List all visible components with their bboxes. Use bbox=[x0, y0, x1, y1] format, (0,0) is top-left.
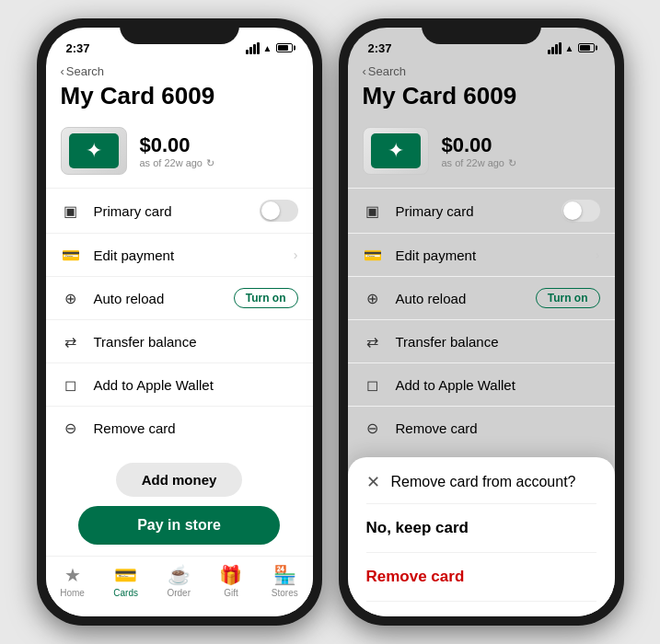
chevron-right-right: › bbox=[596, 247, 600, 262]
starbucks-card-left: ✦ bbox=[61, 127, 127, 175]
gift-icon-left: 🎁 bbox=[219, 564, 242, 586]
auto-reload-label-left: Auto reload bbox=[94, 291, 221, 306]
primary-card-icon-right: ▣ bbox=[363, 201, 383, 221]
cards-icon-left: 💳 bbox=[114, 564, 137, 586]
time-left: 2:37 bbox=[66, 41, 90, 55]
balance-updated-left: as of 22w ago ↻ bbox=[140, 157, 215, 169]
time-right: 2:37 bbox=[368, 41, 392, 55]
edit-payment-icon-right: 💳 bbox=[363, 245, 383, 265]
status-icons-left: ▲ bbox=[246, 42, 293, 54]
wifi-icon-left: ▲ bbox=[263, 43, 272, 53]
page-title-left: My Card 6009 bbox=[46, 78, 313, 118]
tab-gift-label-left: Gift bbox=[224, 588, 238, 598]
status-icons-right: ▲ bbox=[548, 42, 595, 54]
back-label-right: Search bbox=[368, 64, 406, 78]
card-balance-right: $0.00 as of 22w ago ↻ bbox=[442, 133, 517, 169]
siren-icon-right: ✦ bbox=[388, 139, 404, 163]
nav-back-left[interactable]: ‹ Search bbox=[46, 61, 313, 78]
toggle-knob-right bbox=[563, 201, 582, 220]
signal-icon-left bbox=[246, 42, 260, 54]
add-apple-wallet-label-right: Add to Apple Wallet bbox=[396, 377, 600, 393]
balance-amount-right: $0.00 bbox=[442, 133, 517, 157]
card-logo-left: ✦ bbox=[69, 133, 119, 168]
menu-item-edit-payment-right: 💳 Edit payment › bbox=[348, 233, 615, 276]
tab-stores-left[interactable]: 🏪 Stores bbox=[272, 564, 298, 598]
menu-item-add-apple-wallet-right: ◻ Add to Apple Wallet bbox=[348, 362, 615, 406]
back-chevron-left: ‹ bbox=[61, 64, 64, 78]
tab-bar-left: ★ Home 💳 Cards ☕ Order 🎁 Gift 🏪 Stores bbox=[46, 556, 313, 616]
menu-item-auto-reload-left[interactable]: ⊕ Auto reload Turn on bbox=[46, 276, 313, 319]
tab-cards-left[interactable]: 💳 Cards bbox=[113, 564, 138, 598]
card-section-left: ✦ $0.00 as of 22w ago ↻ bbox=[46, 118, 313, 188]
primary-card-toggle-left[interactable] bbox=[260, 200, 298, 222]
home-icon-left: ★ bbox=[64, 564, 81, 586]
nav-back-right[interactable]: ‹ Search bbox=[348, 61, 615, 78]
add-apple-wallet-icon-left: ◻ bbox=[61, 374, 81, 395]
menu-list-left: ▣ Primary card 💳 Edit payment › ⊕ Au bbox=[46, 188, 313, 454]
remove-card-label-left: Remove card bbox=[94, 420, 298, 436]
tab-home-left[interactable]: ★ Home bbox=[60, 564, 85, 598]
menu-item-auto-reload-right: ⊕ Auto reload Turn on bbox=[348, 276, 615, 319]
edit-payment-icon-left: 💳 bbox=[61, 245, 81, 265]
wifi-icon-right: ▲ bbox=[565, 43, 574, 53]
signal-icon-right bbox=[548, 42, 562, 54]
menu-item-transfer-balance-left[interactable]: ⇄ Transfer balance bbox=[46, 319, 313, 362]
transfer-balance-icon-right: ⇄ bbox=[363, 331, 383, 351]
tab-cards-label-left: Cards bbox=[113, 588, 138, 598]
transfer-balance-icon-left: ⇄ bbox=[61, 331, 81, 351]
card-balance-left: $0.00 as of 22w ago ↻ bbox=[140, 133, 215, 169]
menu-item-remove-card-left[interactable]: ⊖ Remove card bbox=[46, 406, 313, 449]
tab-home-label-left: Home bbox=[60, 588, 85, 598]
turn-on-button-left[interactable]: Turn on bbox=[234, 288, 298, 308]
add-apple-wallet-label-left: Add to Apple Wallet bbox=[94, 377, 298, 393]
chevron-right-left: › bbox=[294, 247, 298, 262]
add-money-button-left[interactable]: Add money bbox=[116, 463, 243, 497]
page-title-right: My Card 6009 bbox=[348, 78, 615, 118]
menu-item-primary-card-left[interactable]: ▣ Primary card bbox=[46, 188, 313, 233]
auto-reload-icon-right: ⊕ bbox=[363, 288, 383, 308]
transfer-balance-label-right: Transfer balance bbox=[396, 334, 600, 350]
notch-right bbox=[422, 18, 541, 44]
add-apple-wallet-icon-right: ◻ bbox=[363, 374, 383, 395]
toggle-right bbox=[562, 200, 600, 222]
remove-card-label-right: Remove card bbox=[396, 420, 600, 436]
siren-icon-left: ✦ bbox=[86, 139, 102, 163]
tab-order-left[interactable]: ☕ Order bbox=[167, 564, 191, 598]
remove-card-option[interactable]: Remove card bbox=[366, 553, 596, 602]
battery-icon-left bbox=[276, 43, 293, 52]
back-label-left: Search bbox=[66, 64, 104, 78]
modal-close-button[interactable]: ✕ bbox=[366, 472, 380, 492]
edit-payment-label-left: Edit payment bbox=[94, 247, 281, 263]
starbucks-card-right: ✦ bbox=[363, 127, 429, 175]
primary-card-label-right: Primary card bbox=[396, 203, 549, 219]
back-chevron-right: ‹ bbox=[363, 64, 366, 78]
toggle-knob-left bbox=[261, 201, 280, 220]
auto-reload-label-right: Auto reload bbox=[396, 291, 523, 306]
transfer-balance-label-left: Transfer balance bbox=[94, 334, 298, 350]
auto-reload-icon-left: ⊕ bbox=[61, 288, 81, 308]
pay-in-store-button-left[interactable]: Pay in store bbox=[78, 506, 280, 545]
stores-icon-left: 🏪 bbox=[273, 564, 296, 586]
menu-item-transfer-balance-right: ⇄ Transfer balance bbox=[348, 319, 615, 362]
edit-payment-label-right: Edit payment bbox=[396, 247, 583, 263]
modal-title: Remove card from account? bbox=[391, 474, 576, 490]
refresh-icon-left[interactable]: ↻ bbox=[206, 157, 214, 169]
keep-card-option[interactable]: No, keep card bbox=[366, 504, 596, 553]
menu-item-add-apple-wallet-left[interactable]: ◻ Add to Apple Wallet bbox=[46, 362, 313, 406]
card-logo-right: ✦ bbox=[371, 133, 421, 168]
menu-item-primary-card-right: ▣ Primary card bbox=[348, 188, 615, 233]
right-phone: 2:37 ▲ ‹ Search My Card 6009 bbox=[339, 18, 624, 626]
left-screen: 2:37 ▲ ‹ Search My Card 6009 bbox=[46, 28, 313, 616]
menu-item-edit-payment-left[interactable]: 💳 Edit payment › bbox=[46, 233, 313, 276]
primary-card-icon-left: ▣ bbox=[61, 201, 81, 221]
refresh-icon-right[interactable]: ↻ bbox=[508, 157, 516, 169]
remove-card-modal: ✕ Remove card from account? No, keep car… bbox=[348, 457, 615, 616]
balance-updated-right: as of 22w ago ↻ bbox=[442, 157, 517, 169]
primary-card-label-left: Primary card bbox=[94, 203, 247, 219]
battery-icon-right bbox=[578, 43, 595, 52]
tab-order-label-left: Order bbox=[167, 588, 191, 598]
toggle-left[interactable] bbox=[260, 200, 298, 222]
tab-gift-left[interactable]: 🎁 Gift bbox=[219, 564, 242, 598]
right-screen: 2:37 ▲ ‹ Search My Card 6009 bbox=[348, 28, 615, 616]
menu-item-remove-card-right: ⊖ Remove card bbox=[348, 406, 615, 449]
